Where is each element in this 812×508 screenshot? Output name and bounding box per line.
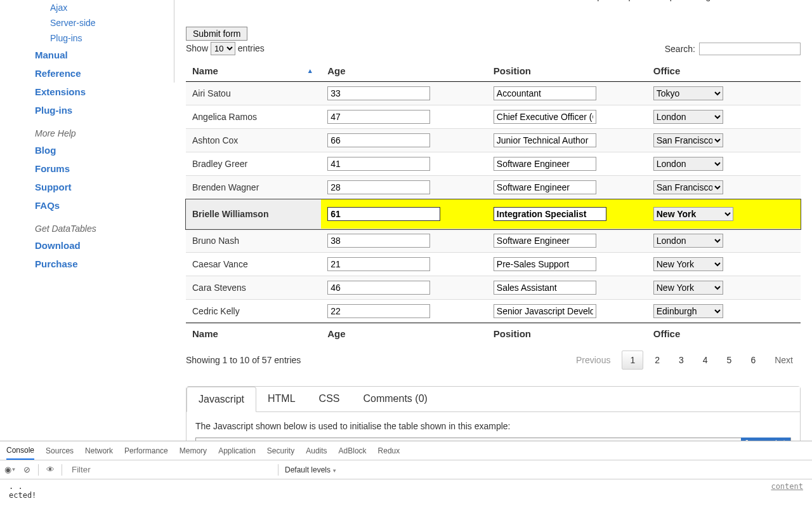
devtools-tab-application[interactable]: Application	[218, 443, 256, 459]
office-select[interactable]: Tokyo	[653, 86, 723, 100]
paginate-page-5[interactable]: 5	[719, 351, 740, 369]
tab-html[interactable]: HTML	[256, 387, 308, 411]
column-header-name: Name	[186, 323, 321, 345]
length-show-label: Show	[186, 43, 208, 53]
position-input[interactable]	[494, 133, 596, 147]
devtools-tab-network[interactable]: Network	[85, 443, 113, 459]
devtools-tab-audits[interactable]: Audits	[306, 443, 327, 459]
paginate-previous[interactable]: Previous	[568, 351, 618, 369]
position-input[interactable]	[494, 157, 596, 171]
sidebar-sublinks: AjaxServer-sidePlug-ins	[35, 0, 162, 46]
search-input[interactable]	[699, 43, 801, 55]
age-input[interactable]	[327, 257, 430, 271]
position-input[interactable]	[494, 257, 596, 271]
devtools-clear-icon[interactable]: ⊘	[22, 465, 32, 475]
sidebar-link-blog[interactable]: Blog	[35, 141, 162, 159]
column-header-name[interactable]: Name▴	[186, 60, 321, 82]
sort-asc-icon: ▴	[308, 67, 312, 75]
search-control: Search:	[665, 43, 801, 55]
position-input[interactable]	[494, 180, 596, 194]
sidebar-sublink-server-side[interactable]: Server-side	[35, 15, 162, 30]
age-input[interactable]	[327, 281, 430, 295]
office-select[interactable]: New York	[653, 257, 723, 271]
devtools-tab-adblock[interactable]: AdBlock	[339, 443, 367, 459]
position-input[interactable]	[494, 234, 596, 248]
table-row: Bradley GreerLondon	[186, 152, 801, 176]
position-input[interactable]	[494, 304, 596, 318]
console-output-source[interactable]: content	[771, 482, 803, 491]
paginate-next[interactable]: Next	[767, 351, 801, 369]
age-input[interactable]	[327, 207, 440, 221]
length-entries-label: entries	[238, 43, 265, 53]
devtools-tab-console[interactable]: Console	[6, 442, 34, 460]
sidebar-link-extensions[interactable]: Extensions	[35, 83, 162, 101]
age-input[interactable]	[327, 110, 430, 124]
cell-name: Ashton Cox	[186, 129, 321, 152]
code-example-box: JavascriptHTMLCSSComments (0) The Javasc…	[186, 386, 801, 441]
tab-comments-0-[interactable]: Comments (0)	[352, 387, 440, 411]
paginate-page-6[interactable]: 6	[743, 351, 763, 369]
paginate-page-2[interactable]: 2	[647, 351, 667, 369]
tab-css[interactable]: CSS	[308, 387, 352, 411]
devtools-tab-sources[interactable]: Sources	[46, 443, 74, 459]
table-row: Brenden WagnerSan Francisco	[186, 176, 801, 199]
cell-name: Cara Stevens	[186, 276, 321, 300]
office-select[interactable]: London	[653, 157, 723, 171]
sidebar-link-reference[interactable]: Reference	[35, 64, 162, 83]
column-header-office[interactable]: Office	[647, 60, 801, 82]
devtools-tab-redux[interactable]: Redux	[378, 443, 400, 459]
sidebar-link-support[interactable]: Support	[35, 178, 162, 196]
office-select[interactable]: New York	[653, 207, 733, 221]
devtools-tab-performance[interactable]: Performance	[124, 443, 168, 459]
devtools-panel: ConsoleSourcesNetworkPerformanceMemoryAp…	[0, 441, 812, 508]
office-select[interactable]: New York	[653, 281, 723, 295]
sidebar-link-manual[interactable]: Manual	[35, 46, 162, 64]
length-select[interactable]: 10	[211, 42, 235, 55]
position-input[interactable]	[494, 86, 596, 100]
office-select[interactable]: San Francisco	[653, 133, 723, 147]
position-input[interactable]	[494, 110, 596, 124]
age-input[interactable]	[327, 133, 430, 147]
column-header-position[interactable]: Position	[487, 60, 647, 82]
office-select[interactable]: San Francisco	[653, 180, 723, 194]
table-row: Airi SatouTokyo	[186, 82, 801, 105]
sidebar-link-forums[interactable]: Forums	[35, 159, 162, 178]
sidebar-link-download[interactable]: Download	[35, 236, 162, 255]
devtools-tab-memory[interactable]: Memory	[180, 443, 207, 459]
devtools-tab-security[interactable]: Security	[267, 443, 294, 459]
intro-text: simple setup and complete integration wi…	[584, 0, 801, 1]
tab-javascript[interactable]: Javascript	[187, 387, 256, 412]
office-select[interactable]: London	[653, 110, 723, 124]
sidebar-section-help: More Help	[35, 119, 162, 141]
sidebar-link-plug-ins[interactable]: Plug-ins	[35, 101, 162, 119]
position-input[interactable]	[494, 207, 606, 221]
cell-name: Airi Satou	[186, 82, 321, 105]
table-row: Cedric KellyEdinburgh	[186, 300, 801, 323]
sidebar-sublink-ajax[interactable]: Ajax	[35, 0, 162, 15]
devtools-context-dropdown-icon[interactable]: ◉	[5, 465, 15, 475]
column-header-office: Office	[647, 323, 801, 345]
age-input[interactable]	[327, 86, 430, 100]
devtools-eye-icon[interactable]: 👁	[45, 465, 55, 475]
paginate-page-3[interactable]: 3	[671, 351, 691, 369]
column-header-age: Age	[321, 323, 487, 345]
table-row: Ashton CoxSan Francisco	[186, 129, 801, 152]
devtools-levels-dropdown[interactable]: Default levels	[285, 465, 337, 474]
sidebar-link-purchase[interactable]: Purchase	[35, 255, 162, 273]
paginate-page-1[interactable]: 1	[622, 351, 643, 370]
paginate-page-4[interactable]: 4	[695, 351, 716, 369]
column-header-age[interactable]: Age	[321, 60, 487, 82]
age-input[interactable]	[327, 180, 430, 194]
sidebar-sublink-plug-ins[interactable]: Plug-ins	[35, 30, 162, 46]
age-input[interactable]	[327, 234, 430, 248]
office-select[interactable]: Edinburgh	[653, 304, 723, 318]
search-label: Search:	[665, 44, 695, 54]
age-input[interactable]	[327, 304, 430, 318]
sidebar: AjaxServer-sidePlug-ins ManualReferenceE…	[0, 0, 174, 441]
office-select[interactable]: London	[653, 234, 723, 248]
devtools-filter-input[interactable]	[69, 464, 272, 476]
submit-form-button[interactable]: Submit form	[186, 27, 247, 41]
age-input[interactable]	[327, 157, 430, 171]
sidebar-link-faqs[interactable]: FAQs	[35, 196, 162, 215]
position-input[interactable]	[494, 281, 596, 295]
